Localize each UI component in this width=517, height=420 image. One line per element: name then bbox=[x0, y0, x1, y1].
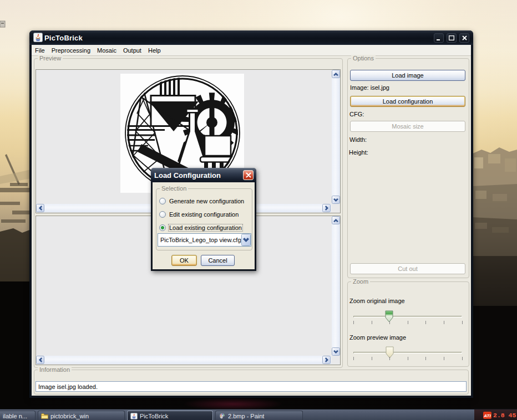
menu-help[interactable]: Help bbox=[145, 45, 164, 55]
taskbar-button-label: ilable n... bbox=[3, 413, 27, 419]
load-configuration-button[interactable]: Load configuration bbox=[350, 96, 465, 107]
taskbar: ilable n... pictobrick_win PicToBrick bbox=[0, 409, 517, 420]
width-label: Width: bbox=[349, 136, 367, 143]
scroll-left-button[interactable] bbox=[36, 204, 44, 212]
radio-circle bbox=[159, 211, 166, 218]
dialog-title: Load Configuration bbox=[154, 171, 221, 180]
ati-tray-icon[interactable]: ATI bbox=[483, 411, 491, 419]
combobox-value: PicToBrick_Lego_top view.cfg bbox=[158, 237, 241, 243]
taskbar-button-pictobrick[interactable]: PicToBrick bbox=[127, 411, 213, 420]
taskbar-button-label: pictobrick_win bbox=[50, 413, 89, 419]
maximize-button[interactable] bbox=[447, 33, 457, 43]
scroll-right-button[interactable] bbox=[322, 204, 331, 212]
menu-file[interactable]: File bbox=[32, 45, 48, 55]
load-image-button[interactable]: Load image bbox=[350, 70, 465, 81]
radio-edit-existing[interactable]: Edit existing configuration bbox=[159, 211, 240, 218]
selection-group-title: Selection bbox=[160, 185, 188, 192]
scroll-up-button[interactable] bbox=[332, 216, 340, 224]
radio-label: Load existing configuration bbox=[168, 224, 243, 232]
taskbar-button-truncated[interactable]: ilable n... bbox=[0, 411, 36, 420]
dialog-client-area: Selection Generate new configuration Edi… bbox=[153, 182, 255, 269]
taskbar-button-pictobrick-win-folder[interactable]: pictobrick_win bbox=[38, 411, 125, 420]
radio-circle-selected bbox=[159, 224, 166, 231]
taskbar-button-label: 2.bmp - Paint bbox=[228, 413, 264, 419]
ati-logo-text: ATI bbox=[483, 413, 491, 418]
menu-output[interactable]: Output bbox=[120, 45, 145, 55]
radio-label: Generate new configuration bbox=[168, 197, 245, 205]
information-field[interactable]: Image isel.jpg loaded. bbox=[36, 381, 467, 392]
dialog-close-button[interactable] bbox=[243, 170, 254, 180]
menu-preprocessing[interactable]: Preprocessing bbox=[48, 45, 94, 55]
paint-icon bbox=[219, 413, 226, 419]
desktop: PicToBrick File Preprocessing Mosaic Out… bbox=[0, 0, 517, 420]
cancel-button[interactable]: Cancel bbox=[201, 255, 235, 266]
java-app-icon bbox=[130, 413, 138, 419]
vertical-scrollbar-track[interactable] bbox=[332, 216, 340, 356]
information-group-title: Information bbox=[38, 366, 72, 373]
cfg-label: CFG: bbox=[349, 111, 364, 117]
close-button[interactable] bbox=[459, 33, 469, 43]
radio-label: Edit existing configuration bbox=[168, 211, 240, 218]
system-tray: ATI 2.8 45 bbox=[474, 409, 517, 420]
zoom-original-slider-track[interactable] bbox=[353, 316, 462, 317]
zoom-preview-label: Zoom preview image bbox=[349, 334, 406, 341]
zoom-group: Zoom bbox=[347, 281, 469, 367]
zoom-original-label: Zoom original image bbox=[349, 298, 405, 304]
information-message: Image isel.jpg loaded. bbox=[38, 383, 98, 390]
zoom-original-slider-ticks bbox=[353, 321, 463, 324]
options-group-title: Options bbox=[351, 55, 376, 62]
preview-group-title: Preview bbox=[38, 55, 63, 62]
horizontal-scrollbar-track[interactable] bbox=[36, 356, 331, 364]
zoom-preview-slider-ticks bbox=[353, 357, 463, 360]
mosaic-size-button[interactable]: Mosaic size bbox=[350, 121, 465, 132]
radio-generate-new[interactable]: Generate new configuration bbox=[159, 197, 245, 205]
taskbar-button-paint[interactable]: 2.bmp - Paint bbox=[215, 411, 303, 420]
menu-mosaic[interactable]: Mosaic bbox=[94, 45, 120, 55]
image-name-label: Image: isel.jpg bbox=[350, 84, 389, 91]
scroll-down-button[interactable] bbox=[332, 347, 340, 356]
menu-bar: File Preprocessing Mosaic Output Help bbox=[32, 45, 471, 56]
radio-load-existing[interactable]: Load existing configuration bbox=[159, 224, 243, 232]
scroll-up-button[interactable] bbox=[332, 70, 340, 78]
vertical-scrollbar-track[interactable] bbox=[332, 70, 340, 204]
scroll-down-button[interactable] bbox=[332, 196, 340, 204]
taskbar-button-label: PicToBrick bbox=[140, 413, 168, 419]
dialog-titlebar[interactable]: Load Configuration bbox=[151, 168, 256, 182]
configuration-combobox[interactable]: PicToBrick_Lego_top view.cfg bbox=[158, 233, 251, 247]
cut-out-button[interactable]: Cut out bbox=[350, 263, 465, 274]
window-title: PicToBrick bbox=[44, 34, 83, 42]
height-label: Height: bbox=[349, 149, 368, 156]
ok-button[interactable]: OK bbox=[171, 255, 197, 266]
zoom-preview-slider-track[interactable] bbox=[353, 352, 462, 354]
desktop-icon-fragment[interactable] bbox=[0, 21, 5, 27]
options-group: Options bbox=[347, 58, 469, 278]
scroll-left-button[interactable] bbox=[36, 356, 44, 364]
zoom-group-title: Zoom bbox=[351, 278, 370, 285]
scroll-right-button[interactable] bbox=[322, 356, 331, 364]
load-configuration-dialog: Load Configuration Selection Generate ne… bbox=[151, 168, 256, 271]
radio-circle bbox=[159, 198, 166, 204]
java-app-icon bbox=[33, 33, 43, 42]
window-titlebar[interactable]: PicToBrick bbox=[29, 30, 473, 45]
tray-fps-readout: 2.8 45 bbox=[493, 412, 516, 419]
folder-icon bbox=[41, 413, 48, 419]
combobox-dropdown-button[interactable] bbox=[241, 234, 251, 246]
minimize-button[interactable] bbox=[434, 33, 444, 43]
